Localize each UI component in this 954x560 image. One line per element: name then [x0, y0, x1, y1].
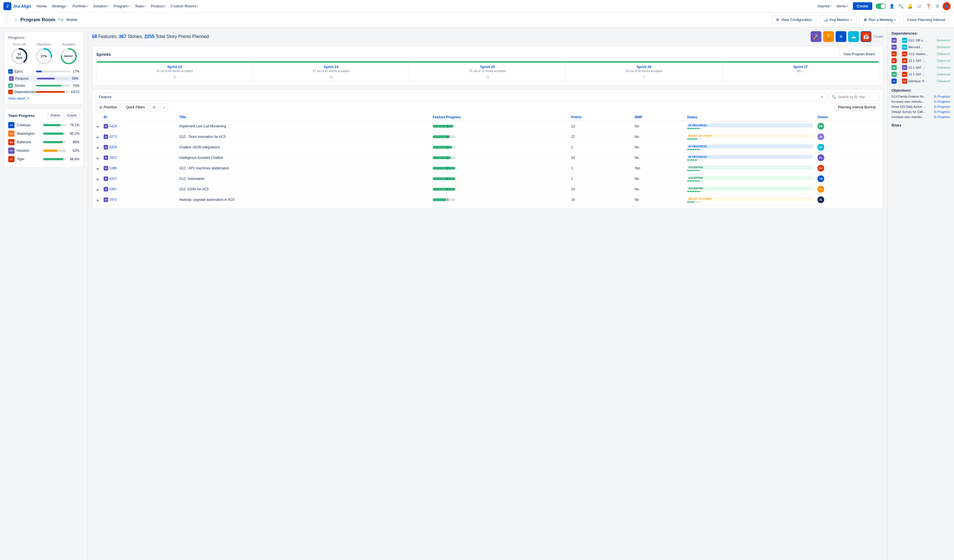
view-icon-calendar[interactable]: 📅 — [860, 31, 871, 42]
nav-item-product[interactable]: Product▾ — [149, 3, 168, 9]
feature-id-link[interactable]: 5387 — [109, 187, 117, 191]
objective-label[interactable]: Increase user retentio... — [892, 100, 934, 103]
feature-id-link[interactable]: 3422 — [109, 156, 117, 160]
feature-id-link[interactable]: 5386 — [109, 166, 117, 170]
feature-search[interactable]: 🔍 — [828, 93, 880, 101]
nav-item-program[interactable]: Program▾ — [111, 3, 132, 9]
dependency-row: BL → GD V2.1 SAT - ... Delivered — [892, 58, 950, 63]
program-view-label[interactable]: Create — [873, 34, 883, 39]
view-configuration-button[interactable]: ⚙ View Configuration — [772, 16, 816, 24]
sprint-26-name[interactable]: Sprint 26 — [568, 65, 720, 69]
feature-id-link[interactable]: 5426 — [109, 124, 117, 128]
sprint-24-name[interactable]: Sprint 24 — [255, 65, 407, 69]
dep-description[interactable]: Interface: P... — [908, 79, 936, 83]
feature-id-link[interactable]: 4209 — [109, 145, 117, 149]
settings-table-button[interactable]: ⚙ — [150, 103, 158, 111]
nav-item-custom-rooms[interactable]: Custom Rooms▾ — [169, 3, 201, 9]
nav-item-portfolio[interactable]: Portfolio▾ — [70, 3, 90, 9]
view-report-link[interactable]: View report ↗ — [8, 96, 80, 100]
feature-id-link[interactable]: 3973 — [109, 198, 117, 202]
dependency-row: JA → GD Interface: P... Delivered — [892, 79, 950, 84]
dep-description[interactable]: G12: Hadoo... — [908, 52, 936, 56]
close-pi-button[interactable]: Close Planning Interval — [903, 16, 949, 24]
run-meeting-button[interactable]: 🖥 Run a Meeting ▾ — [859, 16, 900, 24]
star-icon[interactable]: ☆ — [14, 17, 17, 22]
view-icon-cloud[interactable]: ☁ — [848, 31, 859, 42]
nav-item-solution[interactable]: Solution▾ — [91, 3, 111, 9]
expand-table-button[interactable]: ⤢ — [160, 103, 168, 111]
collapse-btn[interactable]: ‹ — [5, 17, 11, 23]
search-input[interactable] — [838, 95, 876, 99]
view-icon-list[interactable]: ≡ — [836, 31, 846, 42]
points-tab[interactable]: Points — [48, 112, 63, 118]
feature-filter-dropdown[interactable]: Feature ▾ — [96, 93, 826, 101]
expand-btn[interactable]: ▶ — [97, 135, 99, 139]
dep-description[interactable]: V2.1 SAT - ... — [908, 59, 936, 62]
team-name-cowboys: Cowboys — [17, 123, 41, 127]
nav-avatar[interactable]: 👤 — [943, 2, 951, 10]
col-owner[interactable]: Owner — [815, 114, 880, 121]
expand-btn[interactable]: ▶ — [97, 157, 99, 160]
nav-item-home[interactable]: Home — [34, 3, 49, 9]
sprint-25-diamond[interactable]: ◇ — [412, 74, 563, 79]
create-button[interactable]: Create — [853, 2, 872, 10]
nav-user-icon[interactable]: 👤 — [887, 2, 896, 11]
dep-description[interactable]: V2.1 SAT ... — [908, 73, 936, 76]
stories-count: 367 — [119, 34, 126, 39]
col-progress[interactable]: Feature Progress — [430, 114, 569, 121]
expand-btn[interactable]: ▶ — [97, 125, 99, 128]
nav-item-items[interactable]: Items▾ — [834, 3, 850, 9]
col-points[interactable]: Points — [569, 114, 633, 121]
dep-description[interactable]: Mirrored ... — [908, 45, 936, 49]
expand-btn[interactable]: ▶ — [97, 146, 99, 149]
status-badge: IN PROGRESS — [687, 155, 813, 159]
col-mmf[interactable]: MMF — [632, 114, 684, 121]
col-status[interactable]: Status — [685, 114, 815, 121]
view-icon-rocket[interactable]: 🚀 — [811, 31, 822, 42]
dep-description[interactable]: V2.1 SAT ... — [908, 66, 936, 69]
nav-item-starred[interactable]: Starred▾ — [815, 3, 834, 9]
nav-logo[interactable]: J Jira Align — [3, 2, 31, 10]
nav-tasks-icon[interactable]: ☑ — [915, 2, 923, 11]
feature-id-link[interactable]: 4273 — [109, 135, 117, 139]
sprint-27-name[interactable]: Sprint 27 — [725, 65, 876, 69]
nav-notifications-icon[interactable]: 🔔 — [906, 2, 914, 11]
dep-from-avatar: GD — [892, 72, 896, 77]
objective-label[interactable]: Design Survey for Call... — [892, 110, 934, 114]
feature-id-link[interactable]: 4207 — [109, 177, 117, 181]
count-tab[interactable]: Count — [64, 112, 80, 118]
accepted-widget: Accepted 280/367 — [60, 42, 78, 65]
objective-label[interactable]: G13 Family Feature for... — [892, 95, 934, 98]
nav-search-icon[interactable]: 🔍 — [896, 2, 905, 11]
view-icon-chart[interactable]: 🏆 — [823, 31, 834, 42]
status-badge: IN PROGRESS — [687, 123, 813, 128]
quick-filters-button[interactable]: Quick Filters — [122, 104, 149, 111]
sprint-23-diamond[interactable]: ◇ — [99, 74, 251, 79]
key-metrics-button[interactable]: 📊 Key Metrics ▾ — [819, 16, 856, 24]
dep-description[interactable]: G12: DB c... — [908, 39, 936, 42]
expand-btn[interactable]: ▶ — [97, 199, 99, 202]
sprint-26-star[interactable]: ☆ — [568, 74, 720, 79]
view-program-board-button[interactable]: View Program Board — [839, 50, 879, 58]
objective-label[interactable]: Increase user retentio... — [892, 115, 934, 118]
nav-item-strategy[interactable]: Strategy▾ — [49, 3, 70, 9]
nav-settings-icon[interactable]: ⚙ — [933, 2, 942, 11]
nav-help-icon[interactable]: ❓ — [924, 2, 932, 11]
expand-btn[interactable]: ▶ — [97, 188, 99, 191]
sprint-25-name[interactable]: Sprint 25 — [412, 65, 563, 69]
sprint-24-diamond[interactable]: ◇ — [255, 74, 407, 79]
burnup-button[interactable]: Planning Interval BurnUp — [834, 104, 880, 111]
col-title[interactable]: Title — [177, 114, 430, 121]
sprint-23-name[interactable]: Sprint 23 — [99, 65, 251, 69]
nav-item-team[interactable]: Team▾ — [132, 3, 148, 9]
col-id[interactable]: ID — [101, 114, 177, 121]
accepted-label: Accepted — [62, 42, 75, 46]
stories-pct: 76% — [72, 84, 80, 88]
expand-btn[interactable]: ▶ — [97, 167, 99, 170]
expand-btn[interactable]: ▶ — [97, 177, 99, 181]
prioritize-button[interactable]: ⚖ Prioritize — [96, 104, 121, 111]
risks-title: Risks — [892, 123, 950, 128]
objective-status: In Progress — [934, 110, 950, 114]
nav-toggle[interactable] — [876, 3, 886, 9]
objective-label[interactable]: Grow iOS Daily Active ... — [892, 105, 934, 108]
